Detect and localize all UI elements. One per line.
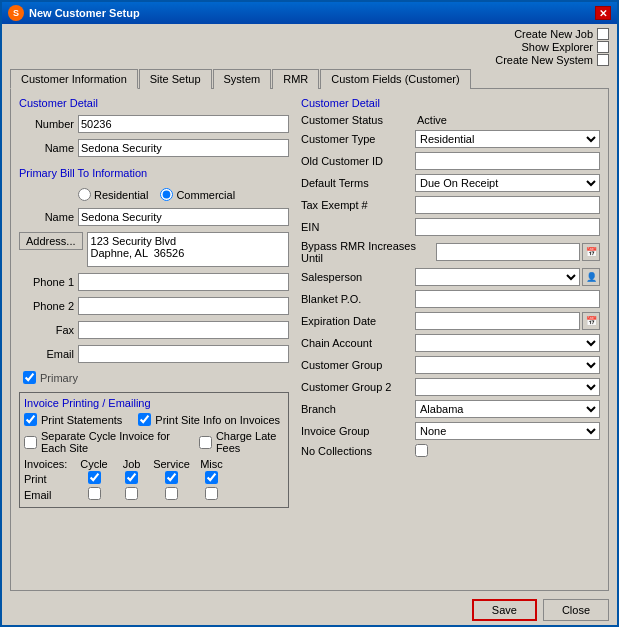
address-textarea[interactable] [87, 232, 289, 267]
show-explorer-row: Show Explorer [521, 41, 609, 53]
salesperson-person-button[interactable]: 👤 [582, 268, 600, 286]
salesperson-row: Salesperson 👤 [301, 268, 600, 286]
tab-custom-fields[interactable]: Custom Fields (Customer) [320, 69, 470, 89]
expiration-date-input[interactable] [415, 312, 580, 330]
primary-label: Primary [40, 372, 78, 384]
print-job-checkbox[interactable] [125, 471, 138, 484]
old-customer-id-input[interactable] [415, 152, 600, 170]
ein-label: EIN [301, 221, 411, 233]
customer-group-select[interactable] [415, 356, 600, 374]
print-misc-checkbox[interactable] [205, 471, 218, 484]
email-input[interactable] [78, 345, 289, 363]
radio-residential[interactable]: Residential [78, 188, 148, 201]
tab-customer-information[interactable]: Customer Information [10, 69, 138, 89]
phone2-input[interactable] [78, 297, 289, 315]
separate-cycle-row: Separate Cycle Invoice for Each Site [24, 430, 183, 454]
primary-checkbox-row: Primary [23, 371, 289, 384]
customer-status-label: Customer Status [301, 114, 411, 126]
close-button[interactable]: Close [543, 599, 609, 621]
charge-late-fees-row: Charge Late Fees [199, 430, 284, 454]
radio-commercial[interactable]: Commercial [160, 188, 235, 201]
customer-group2-select[interactable] [415, 378, 600, 396]
window-close-button[interactable]: ✕ [595, 6, 611, 20]
invoice-checks-bottom: Separate Cycle Invoice for Each Site Cha… [24, 430, 284, 456]
customer-type-select[interactable]: Residential [415, 130, 600, 148]
blanket-po-input[interactable] [415, 290, 600, 308]
customer-type-label: Customer Type [301, 133, 411, 145]
title-bar: S New Customer Setup ✕ [2, 2, 617, 24]
expiration-date-calendar-button[interactable]: 📅 [582, 312, 600, 330]
save-button[interactable]: Save [472, 599, 537, 621]
radio-residential-label: Residential [94, 189, 148, 201]
chain-account-select[interactable] [415, 334, 600, 352]
email-label: Email [19, 348, 74, 360]
number-input[interactable] [78, 115, 289, 133]
tax-exempt-row: Tax Exempt # [301, 196, 600, 214]
email-service-checkbox[interactable] [165, 487, 178, 500]
branch-select[interactable]: Alabama [415, 400, 600, 418]
phone1-input[interactable] [78, 273, 289, 291]
expiration-date-row: Expiration Date 📅 [301, 312, 600, 330]
job-col-header: Job [114, 458, 149, 470]
customer-status-row: Customer Status Active [301, 114, 600, 126]
chain-account-row: Chain Account [301, 334, 600, 352]
create-new-job-row: Create New Job [514, 28, 609, 40]
customer-group-row: Customer Group [301, 356, 600, 374]
bottom-bar: Save Close [2, 595, 617, 625]
email-job-checkbox[interactable] [125, 487, 138, 500]
old-customer-id-label: Old Customer ID [301, 155, 411, 167]
top-right-panel: Create New Job Show Explorer Create New … [2, 24, 617, 68]
customer-group-label: Customer Group [301, 359, 411, 371]
bill-name-row: Name [19, 208, 289, 226]
print-site-info-checkbox[interactable] [138, 413, 151, 426]
expiration-date-field: 📅 [415, 312, 600, 330]
bill-name-label: Name [19, 211, 74, 223]
app-icon: S [8, 5, 24, 21]
customer-name-input[interactable] [78, 139, 289, 157]
invoices-table: Invoices: Cycle Job Service Misc Print [24, 458, 284, 502]
salesperson-select[interactable] [415, 268, 580, 286]
invoice-section: Invoice Printing / Emailing Print Statem… [19, 392, 289, 508]
bypass-rmr-input[interactable] [436, 243, 580, 261]
tax-exempt-label: Tax Exempt # [301, 199, 411, 211]
primary-checkbox[interactable] [23, 371, 36, 384]
email-row: Email [19, 345, 289, 363]
tab-rmr[interactable]: RMR [272, 69, 319, 89]
email-cycle-checkbox[interactable] [88, 487, 101, 500]
separate-cycle-checkbox[interactable] [24, 436, 37, 449]
create-new-job-checkbox[interactable] [597, 28, 609, 40]
default-terms-select[interactable]: Due On Receipt [415, 174, 600, 192]
show-explorer-label: Show Explorer [521, 41, 593, 53]
bill-name-input[interactable] [78, 208, 289, 226]
tab-bar: Customer Information Site Setup System R… [2, 68, 617, 88]
no-collections-checkbox[interactable] [415, 444, 428, 457]
tax-exempt-input[interactable] [415, 196, 600, 214]
tab-system[interactable]: System [213, 69, 272, 89]
fax-input[interactable] [78, 321, 289, 339]
salesperson-field: 👤 [415, 268, 600, 286]
show-explorer-checkbox[interactable] [597, 41, 609, 53]
print-service-checkbox[interactable] [165, 471, 178, 484]
tab-site-setup[interactable]: Site Setup [139, 69, 212, 89]
cycle-col-header: Cycle [74, 458, 114, 470]
ein-input[interactable] [415, 218, 600, 236]
bypass-rmr-calendar-button[interactable]: 📅 [582, 243, 600, 261]
branch-row: Branch Alabama [301, 400, 600, 418]
print-row-label: Print [24, 473, 74, 485]
email-misc-checkbox[interactable] [205, 487, 218, 500]
print-cycle-checkbox[interactable] [88, 471, 101, 484]
print-site-info-label: Print Site Info on Invoices [155, 414, 280, 426]
create-new-system-checkbox[interactable] [597, 54, 609, 66]
radio-commercial-input[interactable] [160, 188, 173, 201]
charge-late-fees-checkbox[interactable] [199, 436, 212, 449]
print-statements-checkbox[interactable] [24, 413, 37, 426]
radio-residential-input[interactable] [78, 188, 91, 201]
left-column: Customer Detail Number Name Primary Bill… [19, 97, 289, 582]
create-new-job-label: Create New Job [514, 28, 593, 40]
invoices-header: Invoices: Cycle Job Service Misc [24, 458, 284, 470]
left-customer-detail-label: Customer Detail [19, 97, 289, 109]
print-row: Print [24, 471, 284, 486]
address-button[interactable]: Address... [19, 232, 83, 250]
invoice-group-select[interactable]: None [415, 422, 600, 440]
main-window: S New Customer Setup ✕ Create New Job Sh… [0, 0, 619, 627]
